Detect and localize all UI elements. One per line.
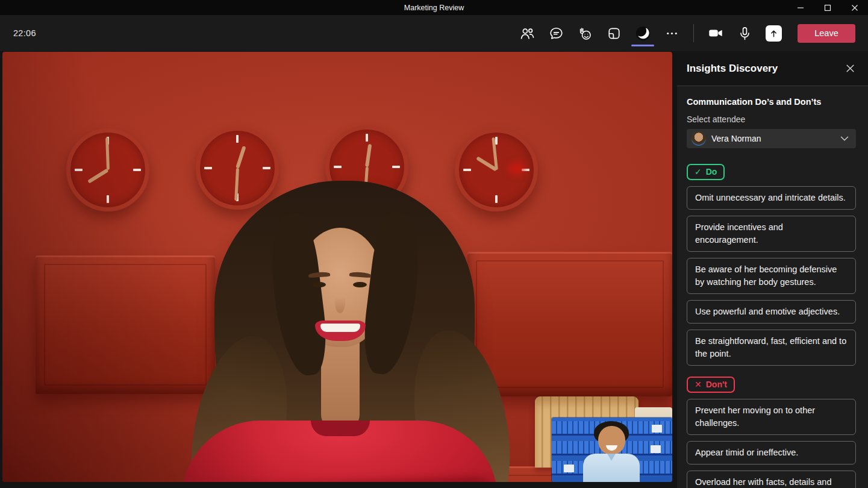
do-item-card: Be straightforward, fast, efficient and … xyxy=(687,330,856,366)
do-item-card: Omit unnecessary and intricate details. xyxy=(687,186,856,210)
share-icon xyxy=(766,25,782,42)
dont-item-card: Prevent her moving on to other challenge… xyxy=(687,399,856,435)
more-options-icon xyxy=(664,25,680,42)
window-titlebar: Marketing Review xyxy=(0,0,868,15)
close-icon xyxy=(851,4,858,11)
chat-button[interactable] xyxy=(543,17,569,49)
attendee-name: Vera Norman xyxy=(711,134,835,143)
select-attendee-label: Select attendee xyxy=(687,114,856,124)
x-mark-icon: ✕ xyxy=(695,380,702,389)
dont-badge-label: Don't xyxy=(706,380,727,389)
participants-icon xyxy=(519,25,535,42)
close-panel-button[interactable] xyxy=(841,60,858,77)
dont-item-card: Overload her with facts, details and pap… xyxy=(687,471,856,488)
insights-app-button[interactable] xyxy=(629,17,656,49)
maximize-button[interactable] xyxy=(814,0,841,15)
do-item-card: Use powerful and emotive adjectives. xyxy=(687,300,856,324)
camera-button[interactable] xyxy=(702,17,729,49)
minimize-button[interactable] xyxy=(787,0,814,15)
reactions-button[interactable] xyxy=(572,17,598,49)
dont-item-card: Appear timid or ineffective. xyxy=(687,441,856,465)
insights-app-icon xyxy=(634,25,652,42)
do-badge-label: Do xyxy=(706,167,717,177)
participants-button[interactable] xyxy=(514,17,540,49)
more-options-button[interactable] xyxy=(658,17,685,49)
do-item-card: Be aware of her becoming defensive by wa… xyxy=(687,258,856,294)
attendee-dropdown[interactable]: Vera Norman xyxy=(687,129,856,148)
self-view-tile[interactable] xyxy=(552,418,672,482)
section-title: Communication Do’s and Don’ts xyxy=(687,97,856,107)
rooms-button[interactable] xyxy=(601,17,627,49)
close-icon xyxy=(846,64,855,73)
toolbar-divider xyxy=(693,24,694,42)
chevron-down-icon xyxy=(840,136,849,141)
main-video-tile xyxy=(2,52,672,482)
window-title: Marketing Review xyxy=(0,0,868,15)
reactions-icon xyxy=(577,25,593,42)
leave-button[interactable]: Leave xyxy=(798,24,855,43)
panel-header: Insights Discovery xyxy=(677,51,868,86)
check-icon: ✓ xyxy=(695,167,702,177)
meeting-timer: 22:06 xyxy=(13,15,36,51)
mic-icon xyxy=(737,25,753,42)
maximize-icon xyxy=(824,4,831,11)
window-controls xyxy=(787,0,868,15)
meeting-toolbar: 22:06 xyxy=(0,15,868,51)
insights-panel: Insights Discovery Communication Do’s an… xyxy=(677,51,868,488)
active-app-indicator xyxy=(631,45,654,46)
mic-button[interactable] xyxy=(731,17,758,49)
dont-badge: ✕ Don't xyxy=(687,377,735,393)
minimize-icon xyxy=(797,4,804,11)
attendee-avatar xyxy=(692,131,706,146)
close-window-button[interactable] xyxy=(841,0,868,15)
panel-title: Insights Discovery xyxy=(687,63,841,75)
camera-icon xyxy=(707,25,724,42)
toolbar-buttons: Leave xyxy=(514,15,855,51)
do-badge: ✓ Do xyxy=(687,164,725,180)
share-button[interactable] xyxy=(760,17,787,49)
chat-icon xyxy=(548,25,564,42)
panel-scroll-area[interactable]: Communication Do’s and Don’ts Select att… xyxy=(677,86,868,488)
rooms-icon xyxy=(606,25,622,42)
do-item-card: Provide incentives and encouragement. xyxy=(687,216,856,252)
